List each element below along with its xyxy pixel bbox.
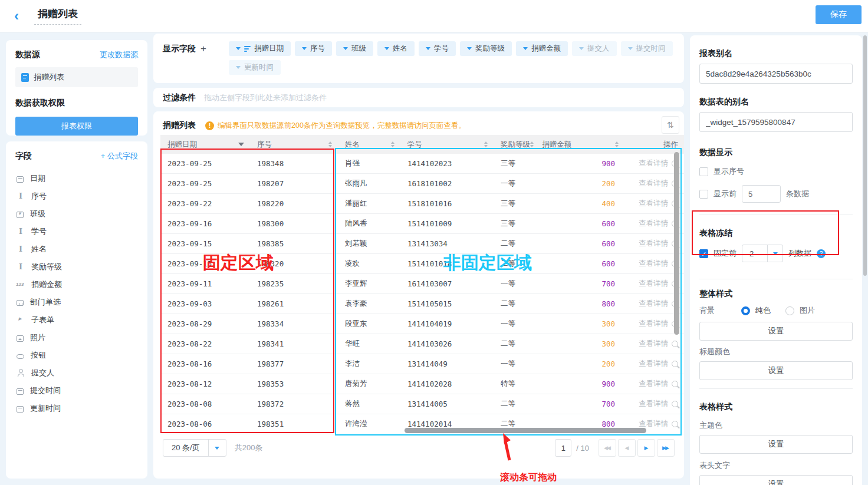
field-item[interactable]: 姓名: [15, 240, 138, 258]
change-datasource-link[interactable]: 更改数据源: [100, 50, 138, 60]
report-permission-button[interactable]: 报表权限: [15, 117, 138, 136]
cell-date: 2023-09-11: [160, 274, 250, 293]
bg-solid-label: 纯色: [755, 305, 771, 316]
field-chip[interactable]: 序号: [295, 41, 332, 56]
field-item[interactable]: 部门单选: [15, 293, 138, 311]
sort-toggle-button[interactable]: ⇅: [662, 116, 679, 134]
page-number-input[interactable]: [555, 439, 571, 457]
field-item[interactable]: 序号: [15, 187, 138, 205]
cell-student-id: 131414049: [400, 354, 494, 374]
cell-name: 李洁: [338, 354, 400, 374]
magnifier-icon: [672, 341, 678, 347]
filter-dropzone[interactable]: 拖动左侧字段到此处来添加过滤条件: [204, 93, 327, 103]
freeze-count-select[interactable]: 2: [742, 245, 783, 262]
table-horizontal-scrollbar[interactable]: [405, 428, 646, 433]
field-chip-inactive[interactable]: 提交时间: [621, 41, 673, 56]
field-item[interactable]: 班级: [15, 205, 138, 223]
cell-action[interactable]: 查看详情: [624, 394, 684, 414]
freeze-checkbox[interactable]: ✓: [699, 249, 708, 258]
cell-amount: 900: [535, 374, 624, 394]
help-icon[interactable]: ?: [817, 249, 826, 258]
chevron-down-icon: [426, 47, 430, 50]
field-item[interactable]: 捐赠金额: [15, 276, 138, 293]
save-button[interactable]: 保存: [816, 5, 862, 24]
show-serial-checkbox[interactable]: [699, 167, 708, 176]
calendar-icon: [17, 388, 24, 395]
panel-scrollbar[interactable]: [863, 35, 867, 276]
next-page-button[interactable]: ▶: [637, 439, 655, 457]
user-icon: [17, 369, 25, 377]
show-first-suffix: 条数据: [786, 189, 809, 199]
field-item[interactable]: 奖励等级: [15, 258, 138, 276]
background-set-button[interactable]: 设置: [699, 322, 853, 341]
field-chip[interactable]: 姓名: [377, 41, 415, 56]
show-first-checkbox[interactable]: [699, 190, 708, 199]
cell-date: 2023-08-06: [160, 414, 250, 434]
field-item[interactable]: 提交时间: [15, 382, 138, 400]
field-chip[interactable]: 学号: [419, 41, 456, 56]
table-row: 2023-09-03 198261 袁李豪 1514105015 二等 800 …: [160, 294, 684, 314]
chevron-down-icon: [302, 47, 307, 50]
field-item[interactable]: 按钮: [15, 347, 138, 364]
field-chip[interactable]: 奖励等级: [460, 41, 512, 56]
field-item[interactable]: 学号: [15, 223, 138, 240]
field-chip[interactable]: 捐赠金额: [516, 41, 568, 56]
field-chip-inactive[interactable]: 更新时间: [229, 60, 281, 75]
fields-card: 字段 + 公式字段 日期 序号 班级 学号: [6, 141, 147, 479]
divider: [699, 388, 853, 389]
bg-image-radio[interactable]: [785, 306, 794, 315]
add-field-icon[interactable]: +: [200, 43, 206, 55]
chevron-down-icon: [384, 47, 389, 50]
column-header-date[interactable]: 捐赠日期: [160, 135, 250, 154]
sorter-icon: [530, 141, 534, 147]
cell-student-id: 1514101009: [400, 214, 494, 233]
display-fields-card: 显示字段 + 捐赠日期 序号: [153, 34, 684, 83]
cell-serial: 198351: [250, 414, 338, 434]
theme-color-set-button[interactable]: 设置: [699, 435, 853, 454]
cell-serial: 198353: [250, 374, 338, 394]
field-chip[interactable]: 捐赠日期: [229, 41, 291, 56]
cell-serial: 198235: [250, 274, 338, 293]
title-color-set-button[interactable]: 设置: [699, 361, 853, 380]
field-chip-inactive[interactable]: 提交人: [572, 41, 617, 56]
cell-serial: 198348: [250, 154, 338, 173]
cell-action[interactable]: 查看详情: [624, 374, 684, 394]
field-item[interactable]: 子表单: [15, 311, 138, 329]
field-item[interactable]: 提交人: [15, 364, 138, 382]
magnifier-icon: [672, 361, 678, 367]
cell-amount: 600: [535, 214, 624, 233]
field-item[interactable]: 日期: [15, 170, 138, 187]
table-row: 2023-09-25 198348 肖强 1414102023 三等 900 查…: [160, 154, 684, 174]
chevron-down-icon: [236, 47, 241, 50]
column-header-name[interactable]: 姓名: [338, 135, 400, 154]
column-header-serial[interactable]: 序号: [250, 135, 338, 154]
page-title[interactable]: 捐赠列表: [34, 7, 81, 25]
column-header-amount[interactable]: 捐赠金额: [535, 135, 624, 154]
text-icon: [17, 263, 25, 271]
report-alias-input[interactable]: [699, 64, 853, 84]
add-formula-field-link[interactable]: + 公式字段: [101, 151, 138, 161]
back-icon[interactable]: ‹: [14, 9, 19, 23]
field-item[interactable]: 更新时间: [15, 400, 138, 417]
cell-action[interactable]: 查看详情: [624, 334, 684, 354]
field-chip[interactable]: 班级: [336, 41, 373, 56]
table-alias-input[interactable]: [699, 112, 853, 132]
table-row: 2023-09-25 198207 张雨凡 1618101002 一等 200 …: [160, 174, 684, 194]
table-vertical-scrollbar[interactable]: [674, 152, 679, 335]
datasource-item[interactable]: 捐赠列表: [15, 67, 138, 87]
magnifier-icon: [672, 381, 678, 387]
column-header-level[interactable]: 奖励等级: [494, 135, 535, 154]
first-page-button[interactable]: ◀◀: [599, 439, 616, 457]
header-text-set-button[interactable]: 设置: [699, 475, 853, 485]
prev-page-button[interactable]: ◀: [618, 439, 636, 457]
column-header-student-id[interactable]: 学号: [400, 135, 494, 154]
field-item[interactable]: 照片: [15, 329, 138, 347]
cell-date: 2023-09-15: [160, 234, 250, 253]
last-page-button[interactable]: ▶▶: [657, 439, 675, 457]
show-first-count-input[interactable]: [742, 185, 781, 203]
cell-amount: 400: [535, 194, 624, 213]
cell-action[interactable]: 查看详情: [624, 354, 684, 374]
bg-solid-radio[interactable]: [741, 306, 750, 315]
page-size-select[interactable]: 20 条/页: [163, 439, 226, 457]
data-table: 捐赠日期 序号 姓名 学号 奖励等级 捐赠金额 操作 2023-09-25 19…: [160, 135, 684, 434]
